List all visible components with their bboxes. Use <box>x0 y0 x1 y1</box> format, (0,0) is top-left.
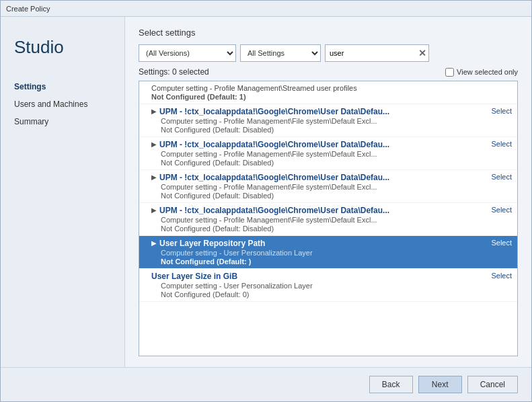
item-subtitle: Computer setting - Profile Management\Fi… <box>151 117 512 125</box>
item-status: Not Configured (Default: 1) <box>151 93 512 101</box>
item-arrow-icon: ▶ <box>151 206 157 214</box>
selected-count-row: Settings: 0 selected View selected only <box>139 67 518 77</box>
item-subtitle: Computer setting - Profile Management\Fi… <box>151 150 512 158</box>
item-title-row: User Layer Size in GiB <box>151 272 486 281</box>
cancel-button[interactable]: Cancel <box>467 376 518 393</box>
content-area: Studio SettingsUsers and MachinesSummary… <box>1 17 531 367</box>
item-plain-title: Computer setting - Profile Management\St… <box>151 84 512 92</box>
item-status: Not Configured (Default: Disabled) <box>151 192 512 200</box>
select-link[interactable]: Select <box>491 272 512 280</box>
item-title: UPM - !ctx_localappdata!\Google\Chrome\U… <box>159 206 389 215</box>
list-item[interactable]: ▶UPM - !ctx_localappdata!\Google\Chrome\… <box>139 104 517 137</box>
item-title: User Layer Repository Path <box>159 239 265 248</box>
item-title: User Layer Size in GiB <box>151 272 237 281</box>
item-header: ▶UPM - !ctx_localappdata!\Google\Chrome\… <box>151 206 512 215</box>
window-title: Create Policy <box>6 5 50 13</box>
sidebar-item-summary[interactable]: Summary <box>1 113 124 130</box>
search-clear-icon[interactable]: ✕ <box>418 48 426 58</box>
version-select[interactable]: (All Versions) <box>139 44 236 62</box>
item-title-row: ▶UPM - !ctx_localappdata!\Google\Chrome\… <box>151 140 486 149</box>
list-item[interactable]: ▶UPM - !ctx_localappdata!\Google\Chrome\… <box>139 137 517 170</box>
search-input[interactable] <box>325 44 429 62</box>
title-bar: Create Policy <box>1 1 531 17</box>
list-item[interactable]: Computer setting - Profile Management\St… <box>139 81 517 104</box>
item-subtitle: Computer setting - Profile Management\Fi… <box>151 216 512 224</box>
list-item[interactable]: User Layer Size in GiBSelectComputer set… <box>139 269 517 302</box>
list-item[interactable]: ▶UPM - !ctx_localappdata!\Google\Chrome\… <box>139 170 517 203</box>
item-title-row: ▶UPM - !ctx_localappdata!\Google\Chrome\… <box>151 173 486 182</box>
sidebar: Studio SettingsUsers and MachinesSummary <box>1 17 125 367</box>
list-items-container: Computer setting - Profile Management\St… <box>139 81 517 302</box>
sidebar-item-users-machines[interactable]: Users and Machines <box>1 95 124 113</box>
item-header: ▶UPM - !ctx_localappdata!\Google\Chrome\… <box>151 140 512 149</box>
item-header: ▶UPM - !ctx_localappdata!\Google\Chrome\… <box>151 107 512 116</box>
item-status: Not Configured (Default: Disabled) <box>151 159 512 167</box>
view-selected: View selected only <box>445 68 518 77</box>
item-status: Not Configured (Default: 0) <box>151 290 512 298</box>
section-title: Select settings <box>139 28 518 38</box>
back-button[interactable]: Back <box>369 376 413 393</box>
item-header: ▶UPM - !ctx_localappdata!\Google\Chrome\… <box>151 173 512 182</box>
nav-container: SettingsUsers and MachinesSummary <box>1 78 124 130</box>
list-container: Computer setting - Profile Management\St… <box>139 81 518 356</box>
item-header: ▶User Layer Repository PathSelect <box>151 239 512 248</box>
item-subtitle: Computer setting - User Personalization … <box>151 282 512 290</box>
item-title: UPM - !ctx_localappdata!\Google\Chrome\U… <box>159 173 389 182</box>
item-title: UPM - !ctx_localappdata!\Google\Chrome\U… <box>159 140 389 149</box>
item-arrow-icon: ▶ <box>151 173 157 181</box>
select-link[interactable]: Select <box>491 173 512 181</box>
list-item[interactable]: ▶User Layer Repository PathSelectCompute… <box>139 236 517 269</box>
footer: Back Next Cancel <box>1 367 531 401</box>
item-title-row: ▶UPM - !ctx_localappdata!\Google\Chrome\… <box>151 206 486 215</box>
item-title-row: ▶UPM - !ctx_localappdata!\Google\Chrome\… <box>151 107 486 116</box>
settings-select[interactable]: All Settings <box>240 44 321 62</box>
item-arrow-icon: ▶ <box>151 108 157 115</box>
next-button[interactable]: Next <box>418 376 462 393</box>
item-subtitle: Computer setting - Profile Management\Fi… <box>151 183 512 191</box>
select-link[interactable]: Select <box>491 140 512 148</box>
list-item[interactable]: ▶UPM - !ctx_localappdata!\Google\Chrome\… <box>139 203 517 236</box>
select-link[interactable]: Select <box>491 239 512 247</box>
item-arrow-icon: ▶ <box>151 239 157 247</box>
item-subtitle: Computer setting - User Personalization … <box>151 249 512 257</box>
sidebar-item-settings[interactable]: Settings <box>1 78 124 95</box>
main-window: Create Policy Studio SettingsUsers and M… <box>0 0 532 402</box>
item-status: Not Configured (Default: ) <box>151 257 512 266</box>
search-box: ✕ <box>325 44 429 62</box>
item-header: User Layer Size in GiBSelect <box>151 272 512 281</box>
studio-logo: Studio <box>1 30 124 78</box>
item-title: UPM - !ctx_localappdata!\Google\Chrome\U… <box>159 107 389 116</box>
main-content: Select settings (All Versions) All Setti… <box>125 17 531 367</box>
item-arrow-icon: ▶ <box>151 140 157 148</box>
view-selected-checkbox[interactable] <box>445 68 454 77</box>
select-link[interactable]: Select <box>491 107 512 115</box>
item-status: Not Configured (Default: Disabled) <box>151 225 512 233</box>
select-link[interactable]: Select <box>491 206 512 214</box>
filter-row: (All Versions) All Settings ✕ <box>139 44 518 62</box>
item-status: Not Configured (Default: Disabled) <box>151 126 512 134</box>
item-title-row: ▶User Layer Repository Path <box>151 239 486 248</box>
selected-count: Settings: 0 selected <box>139 67 209 77</box>
view-selected-label: View selected only <box>457 68 518 76</box>
list-scroll[interactable]: Computer setting - Profile Management\St… <box>139 81 517 356</box>
